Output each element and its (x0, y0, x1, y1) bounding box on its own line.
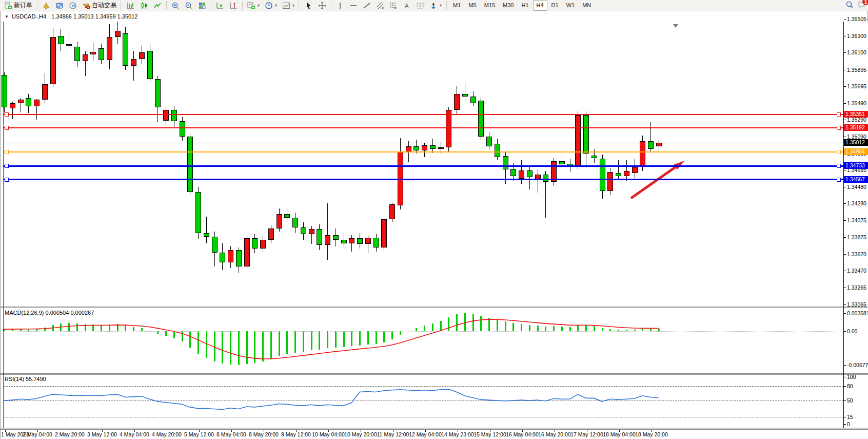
candle-body (123, 33, 128, 66)
line-handle[interactable] (5, 178, 9, 182)
candle-body (607, 172, 613, 191)
price-tick (844, 254, 846, 255)
line-handle[interactable] (837, 112, 841, 117)
auto-scroll-icon (216, 2, 224, 10)
candle-body (90, 52, 96, 54)
bar-chart-button[interactable] (125, 0, 137, 11)
timeframe-button-m30[interactable]: M30 (499, 0, 517, 11)
navigator-button[interactable] (53, 0, 66, 11)
tile-windows-button[interactable] (196, 0, 208, 11)
macd-panel[interactable]: MACD(12,26,9) 0.000504 0.000267 (1, 308, 868, 373)
timeframe-button-w1[interactable]: W1 (563, 0, 579, 11)
line-handle[interactable] (837, 126, 841, 130)
vertical-line-icon (336, 2, 344, 10)
chart-shift-marker[interactable] (673, 24, 678, 28)
line-handle[interactable] (5, 112, 9, 117)
price-tick (844, 220, 846, 221)
fibonacci-button[interactable]: F (387, 0, 400, 11)
candle-wick (133, 51, 134, 81)
new-order-button[interactable]: 新订单 (2, 0, 34, 11)
time-label: 16 May 20:00 (537, 431, 573, 437)
candle-body (349, 238, 354, 243)
trendline-button[interactable] (361, 0, 373, 11)
candle-body (10, 103, 15, 108)
market-watch-button[interactable] (40, 0, 52, 11)
horizontal-line-object[interactable] (4, 165, 843, 167)
timeframe-button-m1[interactable]: M1 (449, 0, 464, 11)
candle-body (462, 94, 468, 97)
horizontal-line-button[interactable] (347, 0, 360, 11)
separator (37, 1, 37, 10)
zoom-out-button[interactable] (183, 0, 195, 11)
search-icon[interactable] (845, 1, 854, 9)
candle-body (503, 156, 508, 169)
price-tick (844, 52, 846, 53)
candle-body (228, 250, 233, 262)
macd-histogram-bar (182, 331, 183, 341)
svg-text:T: T (419, 4, 422, 8)
text-button[interactable]: A (401, 0, 413, 11)
line-handle[interactable] (5, 126, 9, 130)
crosshair-button[interactable] (316, 0, 328, 11)
zoom-in-button[interactable] (169, 0, 182, 11)
horizontal-line-object[interactable] (4, 127, 843, 128)
time-label: 8 May 04:00 (213, 431, 249, 437)
candle-body (301, 227, 306, 234)
time-label: 10 May 20:00 (343, 431, 379, 437)
candle-body (333, 235, 339, 240)
macd-label: MACD(12,26,9) 0.000504 0.000267 (5, 310, 94, 316)
macd-histogram-bar (214, 331, 215, 361)
price-line-label: 1.35192 (844, 124, 868, 131)
periods-button[interactable]: ▾ (263, 0, 279, 11)
rsi-level-line (4, 386, 843, 387)
candlestick-chart-button[interactable] (138, 0, 150, 11)
autotrade-button[interactable]: 自动交易 (80, 0, 119, 11)
timeframe-button-mn[interactable]: MN (579, 0, 595, 11)
candle-body (236, 250, 242, 266)
candle-body (83, 54, 88, 61)
line-chart-button[interactable] (151, 0, 164, 11)
text-label-button[interactable]: T (414, 0, 426, 11)
time-label: 17 May 12:00 (569, 431, 605, 437)
horizontal-line-object[interactable] (4, 151, 843, 152)
horizontal-line-object[interactable] (4, 114, 843, 115)
notifications-button[interactable]: 1 (858, 1, 866, 9)
timeframe-group: M1M5M15M30H1H4D1W1MN (449, 0, 595, 11)
rsi-scale-label: 50 (847, 397, 853, 404)
autotrade-icon (82, 2, 90, 10)
price-chart-panel[interactable] (1, 22, 868, 307)
line-handle[interactable] (5, 164, 9, 168)
window-menu-icon[interactable]: ▼ (5, 14, 9, 19)
timeframe-button-m15[interactable]: M15 (481, 0, 499, 11)
timeframe-button-h4[interactable]: H4 (533, 0, 547, 11)
timeframe-button-h1[interactable]: H1 (518, 0, 532, 11)
new-order-icon (4, 2, 12, 10)
signals-button[interactable] (67, 0, 79, 11)
cursor-button[interactable] (303, 0, 315, 11)
chart-shift-button[interactable] (227, 0, 240, 11)
time-axis[interactable]: 1 May 20232 May 04:002 May 20:003 May 12… (1, 429, 868, 439)
candle-body (268, 228, 274, 240)
arrows-button[interactable]: ▾ (427, 0, 444, 11)
templates-button[interactable]: ▾ (280, 0, 297, 11)
line-handle[interactable] (837, 178, 841, 182)
new-chart-button[interactable]: ▾ (245, 0, 262, 11)
toolbar-grip (299, 2, 301, 10)
vertical-line-button[interactable] (334, 0, 346, 11)
timeframe-button-m5[interactable]: M5 (465, 0, 480, 11)
timeframe-button-d1[interactable]: D1 (548, 0, 562, 11)
horizontal-line-object[interactable] (4, 179, 843, 180)
candle-wick (327, 203, 328, 260)
macd-histogram-bar (60, 323, 62, 331)
mt4-terminal: 新订单 自动交易 (0, 0, 868, 439)
rsi-scale-tick (844, 417, 846, 417)
rsi-panel[interactable]: RSI(14) 55.7490 (1, 375, 868, 428)
candle-body (325, 235, 330, 245)
line-chart-icon (153, 2, 162, 10)
line-handle[interactable] (5, 150, 9, 154)
line-handle[interactable] (837, 150, 841, 154)
line-handle[interactable] (837, 164, 841, 168)
equidistant-channel-button[interactable]: E (374, 0, 386, 11)
macd-scale-tick (844, 313, 846, 314)
auto-scroll-button[interactable] (214, 0, 226, 11)
